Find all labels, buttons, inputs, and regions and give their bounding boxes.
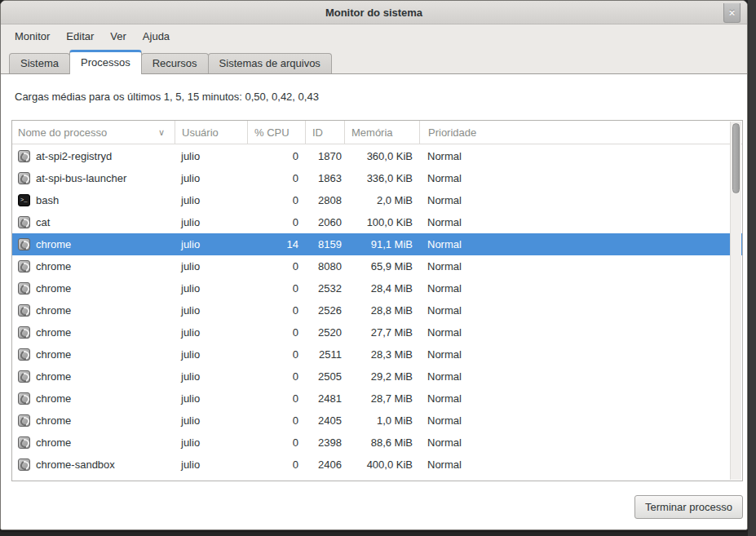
vertical-scrollbar[interactable] [730, 122, 741, 480]
process-user: julio [175, 414, 247, 427]
process-user: julio [175, 150, 247, 162]
process-name-cell: chrome [12, 326, 175, 339]
column-header-cpu[interactable]: % CPU [247, 121, 305, 144]
process-id: 2505 [305, 370, 344, 383]
process-cpu: 0 [247, 436, 305, 449]
process-memory: 1,0 MiB [344, 414, 419, 427]
application-icon [18, 326, 30, 339]
process-name-cell: chrome-sandbox [12, 458, 175, 471]
table-row[interactable] [12, 476, 742, 481]
column-header-name[interactable]: Nome do processo ∨ [12, 121, 175, 144]
table-row[interactable]: chrome-sandboxjulio02406400,0 KiBNormal [12, 454, 742, 476]
process-user: julio [175, 348, 247, 361]
table-row[interactable]: chromejulio0250529,2 MiBNormal [12, 365, 742, 388]
process-memory: 27,7 MiB [344, 326, 419, 339]
application-icon [18, 304, 30, 317]
end-process-button[interactable]: Terminar processo [634, 495, 743, 519]
process-name-cell: chrome [12, 348, 175, 361]
table-row[interactable]: chromejulio0248128,7 MiBNormal [12, 388, 742, 410]
table-header: Nome do processo ∨ Usuário % CPU ID Memó… [12, 121, 742, 144]
column-header-memory[interactable]: Memória [344, 121, 419, 144]
process-name: chrome [36, 414, 71, 427]
application-icon [18, 238, 30, 250]
process-name: chrome [36, 304, 71, 317]
process-memory: 28,8 MiB [344, 304, 419, 317]
table-row[interactable]: at-spi-bus-launcherjulio01863336,0 KiBNo… [12, 167, 742, 189]
application-icon [18, 370, 30, 383]
process-name-cell: >_bash [12, 194, 175, 206]
tab-sistema[interactable]: Sistema [9, 53, 70, 73]
application-icon [18, 458, 30, 471]
process-cpu: 0 [247, 216, 305, 228]
column-header-priority[interactable]: Prioridade [419, 121, 742, 144]
process-memory: 336,0 KiB [344, 172, 419, 184]
process-memory: 91,1 MiB [344, 238, 419, 250]
menubar: MonitorEditarVerAjuda [1, 24, 747, 47]
process-name-cell: chrome [12, 392, 175, 405]
menu-item-ver[interactable]: Ver [104, 27, 132, 46]
process-id: 2532 [305, 282, 344, 295]
process-priority: Normal [419, 216, 742, 228]
process-cpu: 0 [247, 392, 305, 405]
table-body: at-spi2-registrydjulio01870360,0 KiBNorm… [12, 145, 742, 481]
process-user: julio [175, 194, 247, 206]
process-cpu: 0 [247, 348, 305, 361]
tab-recursos[interactable]: Recursos [141, 53, 209, 73]
application-icon [18, 260, 30, 272]
application-icon [18, 348, 30, 361]
process-memory: 88,6 MiB [344, 436, 419, 449]
load-average-text: Cargas médias para os últimos 1, 5, 15 m… [15, 91, 743, 103]
processes-tab-content: Cargas médias para os últimos 1, 5, 15 m… [1, 74, 747, 529]
table-row[interactable]: chromejulio0253228,4 MiBNormal [12, 277, 742, 299]
process-memory: 28,4 MiB [344, 282, 419, 295]
process-user: julio [175, 260, 247, 272]
application-icon [18, 392, 30, 405]
menu-item-ajuda[interactable]: Ajuda [137, 27, 175, 46]
process-name-cell: chrome [12, 260, 175, 272]
system-monitor-window: Monitor do sistema × MonitorEditarVerAju… [0, 0, 748, 530]
table-row[interactable]: chromejulio0251128,3 MiBNormal [12, 343, 742, 365]
process-priority: Normal [419, 458, 742, 471]
menu-item-monitor[interactable]: Monitor [9, 27, 55, 46]
process-cpu: 14 [247, 238, 305, 250]
column-header-id[interactable]: ID [305, 121, 344, 144]
table-row[interactable]: chromejulio0239888,6 MiBNormal [12, 432, 742, 454]
tab-sistemas-de-arquivos[interactable]: Sistemas de arquivos [208, 53, 332, 73]
close-icon: × [729, 7, 736, 19]
process-id: 2481 [305, 392, 344, 405]
process-priority: Normal [419, 348, 742, 361]
process-priority: Normal [419, 414, 742, 427]
scrollbar-thumb[interactable] [732, 123, 740, 193]
close-button[interactable]: × [723, 3, 741, 23]
process-name-cell: cat [12, 216, 175, 228]
table-row[interactable]: chromejulio024051,0 MiBNormal [12, 410, 742, 432]
sort-descending-icon[interactable]: ∨ [158, 127, 165, 138]
table-row[interactable]: >_bashjulio028082,0 MiBNormal [12, 189, 742, 211]
table-row[interactable]: chromejulio14815991,1 MiBNormal [12, 233, 742, 255]
menu-item-editar[interactable]: Editar [60, 27, 99, 46]
process-priority: Normal [419, 260, 742, 272]
table-row[interactable]: catjulio02060100,0 KiBNormal [12, 211, 742, 233]
process-user: julio [175, 326, 247, 339]
application-icon [18, 414, 30, 427]
titlebar[interactable]: Monitor do sistema × [1, 1, 747, 24]
action-row: Terminar processo [11, 495, 743, 519]
table-row[interactable]: chromejulio0808065,9 MiBNormal [12, 255, 742, 277]
process-name: chrome [36, 392, 71, 405]
process-memory: 360,0 KiB [344, 150, 419, 162]
tab-processos[interactable]: Processos [69, 50, 142, 74]
process-cpu: 0 [247, 326, 305, 339]
column-header-user[interactable]: Usuário [175, 121, 247, 144]
process-name: chrome-sandbox [36, 458, 115, 471]
table-row[interactable]: at-spi2-registrydjulio01870360,0 KiBNorm… [12, 145, 742, 167]
process-memory: 29,2 MiB [344, 370, 419, 383]
process-cpu: 0 [247, 282, 305, 295]
table-row[interactable]: chromejulio0252628,8 MiBNormal [12, 299, 742, 321]
table-row[interactable]: chromejulio0252027,7 MiBNormal [12, 321, 742, 343]
process-name-cell: chrome [12, 238, 175, 250]
process-name-cell: at-spi2-registryd [12, 150, 175, 162]
process-user: julio [175, 216, 247, 228]
process-priority: Normal [419, 238, 742, 250]
process-id: 2060 [305, 216, 344, 228]
application-icon [18, 282, 30, 295]
